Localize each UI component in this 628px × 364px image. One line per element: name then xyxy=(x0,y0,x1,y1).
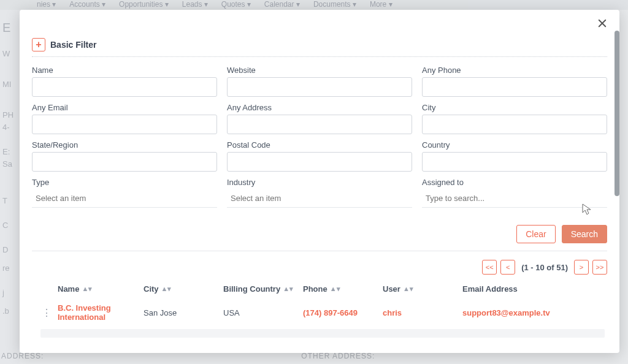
clear-button[interactable]: Clear xyxy=(516,225,555,243)
add-filter-button[interactable]: + xyxy=(32,38,45,51)
divider xyxy=(32,56,607,57)
sort-icon: ▲▾ xyxy=(161,286,172,292)
results-table: Name▲▾ City▲▾ Billing Country▲▾ Phone▲▾ … xyxy=(32,281,607,338)
pagination: << < (1 - 10 of 51) > >> xyxy=(32,260,607,275)
close-icon xyxy=(597,18,608,29)
col-email: Email Address xyxy=(462,284,554,294)
close-button[interactable] xyxy=(594,15,611,32)
any-email-label: Any Email xyxy=(32,103,217,112)
state-region-input[interactable] xyxy=(32,152,217,172)
col-phone[interactable]: Phone▲▾ xyxy=(303,284,383,294)
city-input[interactable] xyxy=(422,115,607,134)
assigned-to-input[interactable] xyxy=(422,189,607,208)
col-user[interactable]: User▲▾ xyxy=(383,284,462,294)
cell-user[interactable]: chris xyxy=(383,308,462,317)
table-row: ⋮ B.C. Investing International San Jose … xyxy=(40,297,605,325)
filter-actions: Clear Search xyxy=(32,225,607,251)
city-label: City xyxy=(422,103,607,112)
table-header-row: Name▲▾ City▲▾ Billing Country▲▾ Phone▲▾ … xyxy=(40,281,605,297)
col-name[interactable]: Name▲▾ xyxy=(58,284,144,294)
sort-icon: ▲▾ xyxy=(283,286,293,292)
horizontal-scrollbar[interactable] xyxy=(40,329,605,338)
any-phone-label: Any Phone xyxy=(422,66,607,75)
cell-name[interactable]: B.C. Investing International xyxy=(58,303,144,322)
col-city[interactable]: City▲▾ xyxy=(144,284,223,294)
cell-email[interactable]: support83@example.tv xyxy=(462,308,554,317)
filter-header: + Basic Filter xyxy=(32,38,607,51)
filter-title: Basic Filter xyxy=(50,40,96,50)
country-input[interactable] xyxy=(422,152,607,172)
filter-grid: Name Website Any Phone Any Email Any Add… xyxy=(32,66,607,208)
name-input[interactable] xyxy=(32,77,217,97)
state-region-label: State/Region xyxy=(32,140,217,150)
modal-scrollbar[interactable] xyxy=(615,31,619,196)
page-next-button[interactable]: > xyxy=(574,260,589,275)
type-label: Type xyxy=(32,178,217,187)
page-prev-button[interactable]: < xyxy=(500,260,515,275)
search-button[interactable]: Search xyxy=(562,225,607,243)
website-input[interactable] xyxy=(227,77,412,97)
any-email-input[interactable] xyxy=(32,115,217,134)
page-info: (1 - 10 of 51) xyxy=(519,263,570,272)
country-label: Country xyxy=(422,140,607,150)
any-phone-input[interactable] xyxy=(422,77,607,97)
any-address-input[interactable] xyxy=(227,115,412,134)
col-billing-country[interactable]: Billing Country▲▾ xyxy=(223,284,303,294)
cell-city: San Jose xyxy=(144,308,223,317)
postal-code-label: Postal Code xyxy=(227,140,412,150)
cell-billing-country: USA xyxy=(223,308,303,317)
cell-phone[interactable]: (174) 897-6649 xyxy=(303,308,383,317)
website-label: Website xyxy=(227,66,412,75)
sort-icon: ▲▾ xyxy=(403,286,413,292)
page-last-button[interactable]: >> xyxy=(592,260,607,275)
plus-icon: + xyxy=(36,39,41,50)
any-address-label: Any Address xyxy=(227,103,412,112)
industry-label: Industry xyxy=(227,178,412,187)
assigned-to-label: Assigned to xyxy=(422,178,607,187)
page-first-button[interactable]: << xyxy=(482,260,497,275)
row-actions-button[interactable]: ⋮ xyxy=(40,307,58,319)
type-select[interactable] xyxy=(32,189,217,208)
sort-icon: ▲▾ xyxy=(330,286,340,292)
sort-icon: ▲▾ xyxy=(82,286,92,292)
industry-select[interactable] xyxy=(227,189,412,208)
name-label: Name xyxy=(32,66,217,75)
filter-modal: + Basic Filter Name Website Any Phone An… xyxy=(20,10,619,353)
postal-code-input[interactable] xyxy=(227,152,412,172)
